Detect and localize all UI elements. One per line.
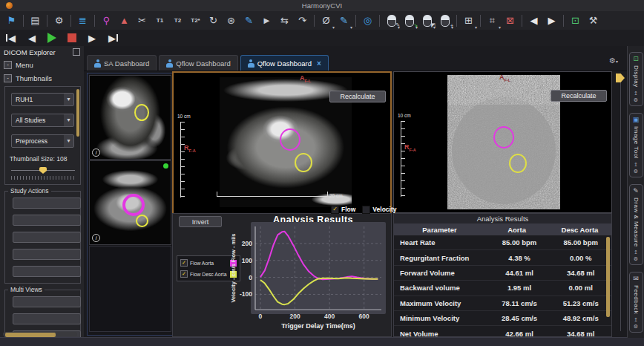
explorer-action-button[interactable] xyxy=(13,249,81,260)
explorer-vertical-scrollbar[interactable] xyxy=(76,89,79,137)
invert-button[interactable]: Invert xyxy=(179,216,222,227)
marker-pen-icon[interactable]: ✎ xyxy=(335,13,352,28)
checkbox[interactable] xyxy=(362,206,370,214)
main-toolbar: ⚑ ▤ ⚙ ≣ ⚲ ▲ ✂ T1 xyxy=(0,11,644,30)
rail-tab[interactable]: ✎ Draw & Measure ↥⚙ xyxy=(629,184,643,266)
gear-icon[interactable]: ⚙ xyxy=(634,169,638,174)
scatter-tool-icon[interactable]: ⊛ xyxy=(223,13,240,28)
probe-select-icon[interactable]: ► xyxy=(258,13,275,28)
rotation-tool-icon[interactable]: ↻ xyxy=(205,13,222,28)
report-icon[interactable]: ▤ xyxy=(27,13,44,28)
aorta-contour[interactable] xyxy=(280,128,300,151)
prev-view-icon[interactable]: ◀ xyxy=(525,13,542,28)
mouse-contour-icon[interactable]: ✎ xyxy=(383,13,400,28)
magnitude-viewport[interactable]: AF-L Recalculate 10 cm RF-A 20 cm xyxy=(172,71,392,215)
database-icon[interactable]: ≣ xyxy=(74,13,91,28)
rail-tab[interactable]: ✉ Feedback ↥⚙ xyxy=(629,272,643,333)
flow-overlay-checkbox[interactable]: ✓ Flow xyxy=(329,204,360,215)
explorer-section-header[interactable]: - Menu xyxy=(0,58,84,71)
frame-slider-track[interactable] xyxy=(620,81,621,331)
recalculate-button[interactable]: Recalculate xyxy=(551,90,607,102)
desc-aorta-contour[interactable] xyxy=(295,153,312,172)
pin-icon[interactable]: ↥ xyxy=(634,91,638,97)
explorer-horizontal-scrollbar[interactable] xyxy=(3,332,77,336)
mouse-pan-icon[interactable]: + xyxy=(436,13,453,28)
t1-mapping-icon[interactable]: T1 xyxy=(151,13,168,28)
explorer-action-button[interactable] xyxy=(13,313,81,324)
series-settings-icon[interactable]: ⚙ xyxy=(50,13,68,28)
explorer-section-header[interactable]: - Thumbnails xyxy=(0,71,84,85)
gear-icon[interactable]: ⚙ xyxy=(634,324,638,330)
gear-icon[interactable]: ⚙ xyxy=(634,256,638,262)
dashboard-tab[interactable]: Qflow Dashboard xyxy=(159,55,237,71)
body-transfer-icon[interactable]: ⇆ xyxy=(276,13,293,28)
recalculate-button[interactable]: Recalculate xyxy=(329,91,386,102)
pin-icon[interactable]: ↥ xyxy=(634,249,638,255)
pin-icon[interactable]: ↥ xyxy=(634,317,638,323)
layout-icon[interactable]: ⊞ xyxy=(460,13,477,28)
viewer-layout-icon[interactable]: ⊡ xyxy=(567,13,584,28)
info-icon[interactable]: i xyxy=(92,148,100,157)
rail-tab[interactable]: ⊡ Display ↥⚙ xyxy=(629,52,643,106)
study-filter-dropdown[interactable]: All Studies ▼ xyxy=(11,114,74,127)
legend-checkbox[interactable]: ✓ xyxy=(180,259,188,267)
contour-edit-icon[interactable]: ✎ xyxy=(240,13,257,28)
phase-viewport[interactable]: AF-L Recalculate 10 cm RF-A xyxy=(393,71,612,213)
bookmark-icon[interactable]: ⚑ xyxy=(3,13,20,28)
frame-slider-handle[interactable] xyxy=(616,74,625,82)
close-tab-icon[interactable]: × xyxy=(317,59,321,68)
velocity-overlay-checkbox[interactable]: Velocity xyxy=(360,204,401,215)
explorer-action-button[interactable] xyxy=(13,215,81,226)
results-scrollbar[interactable] xyxy=(606,237,610,317)
mouse-select-icon[interactable]: ↘ xyxy=(401,13,418,28)
last-frame-button[interactable]: ▶ xyxy=(104,31,120,45)
next-frame-button[interactable]: ▶ xyxy=(84,31,100,45)
series-thumbnail-qflow[interactable]: i xyxy=(89,160,171,245)
angio-probe-icon[interactable]: ⚲ xyxy=(98,13,115,28)
rail-tab[interactable]: ▣ Image Tool ↥⚙ xyxy=(629,113,643,177)
desc-aorta-contour[interactable] xyxy=(509,154,527,173)
series-filter-dropdown[interactable]: Preprocess ▼ xyxy=(11,134,74,148)
patient-filter-dropdown[interactable]: RUH1 ▼ xyxy=(11,93,74,106)
explorer-action-button[interactable] xyxy=(13,232,81,243)
t2star-mapping-icon[interactable]: T2* xyxy=(187,13,204,28)
thumbnail-size-slider[interactable] xyxy=(11,167,75,174)
vertical-scale-ruler xyxy=(401,121,405,197)
next-view-icon[interactable]: ▶ xyxy=(543,13,560,28)
tools-reset-icon[interactable]: ⚒ xyxy=(585,13,602,28)
aorta-contour[interactable] xyxy=(493,126,514,148)
dashboard-tab[interactable]: SA Dashboard xyxy=(87,55,157,71)
explorer-action-button[interactable] xyxy=(13,198,81,209)
mouse-window-icon[interactable]: ◩ xyxy=(418,13,436,28)
pin-icon[interactable]: ↥ xyxy=(634,162,638,168)
explorer-action-button[interactable] xyxy=(13,266,81,277)
legend-checkbox[interactable]: ✓ xyxy=(180,270,188,278)
dashboard-tab[interactable]: Qflow Dashboard × xyxy=(240,55,329,71)
gear-icon[interactable]: ⚙ xyxy=(634,97,638,103)
collapse-icon[interactable]: - xyxy=(4,74,12,82)
stop-button[interactable] xyxy=(64,31,80,45)
viewport-settings-icon[interactable]: ⚙▾ xyxy=(609,56,618,65)
t2-mapping-icon[interactable]: T2 xyxy=(169,13,186,28)
clear-roi-icon[interactable]: ⊠ xyxy=(502,13,519,28)
slider-handle[interactable] xyxy=(39,167,47,174)
info-icon[interactable]: i xyxy=(92,234,100,242)
probe-export-icon[interactable]: ↷ xyxy=(294,13,311,28)
orientation-marker-anterior: AF-L xyxy=(300,74,311,83)
sync-viewers-icon[interactable]: ◎ xyxy=(359,13,376,28)
measure-add-icon[interactable]: ⌗ xyxy=(484,13,501,28)
play-button[interactable] xyxy=(44,31,60,45)
first-frame-button[interactable]: ◀ xyxy=(4,31,20,45)
contour-cut-icon[interactable]: ✂ xyxy=(134,13,151,28)
previous-frame-button[interactable]: ◀ xyxy=(24,31,40,45)
series-thumbnail-scout[interactable]: i xyxy=(89,75,171,160)
undock-icon[interactable] xyxy=(73,48,80,56)
peak-analysis-icon[interactable]: ▲ xyxy=(116,13,133,28)
legend-item[interactable]: ✓ Flow Aorta xyxy=(180,259,237,267)
legend-item[interactable]: ✓ Flow Desc Aorta xyxy=(180,270,237,278)
explorer-action-button[interactable] xyxy=(13,296,81,307)
hide-overlays-icon[interactable]: Ø xyxy=(318,13,335,28)
collapse-icon[interactable]: - xyxy=(4,61,12,69)
checkbox[interactable]: ✓ xyxy=(331,206,339,214)
chevron-down-icon: ▼ xyxy=(64,135,73,147)
